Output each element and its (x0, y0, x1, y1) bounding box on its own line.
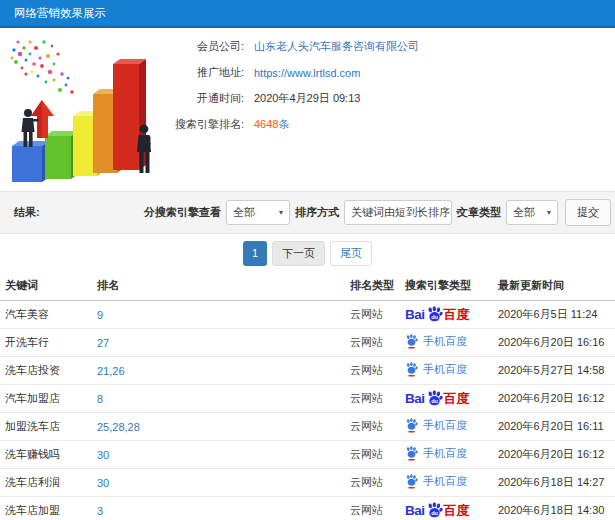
column-header: 最新更新时间 (493, 272, 615, 301)
engine-cell: 手机百度 (400, 329, 493, 357)
article-type-label: 文章类型 (457, 205, 501, 220)
engine-cell: 手机百度 (400, 413, 493, 441)
rank-link[interactable]: 3 (97, 505, 103, 517)
column-header: 关键词 (0, 272, 92, 301)
mobile-baidu-label: 手机百度 (423, 362, 467, 377)
table-row: 洗车赚钱吗30云网站手机百度2020年6月20日 16:12 (0, 441, 615, 469)
table-header-row: 关键词排名排名类型搜索引擎类型最新更新时间 (0, 272, 615, 301)
keyword-cell: 洗车店利润 (0, 469, 92, 497)
submit-button[interactable]: 提交 (565, 199, 611, 226)
sort-filter-select[interactable]: 关键词由短到长排序 ▾ (344, 200, 452, 225)
mobile-baidu-label: 手机百度 (423, 418, 467, 433)
table-row: 洗车店投资21,26云网站手机百度2020年5月27日 14:58 (0, 357, 615, 385)
engine-cell: 手机百度 (400, 357, 493, 385)
rank-cell: 3 (92, 497, 345, 520)
field-label: 会员公司: (146, 39, 244, 54)
table-row: 开洗车行27云网站手机百度2020年6月20日 16:16 (0, 329, 615, 357)
table-row: 加盟洗车店25,28,28云网站手机百度2020年6月20日 16:11 (0, 413, 615, 441)
engine-filter-select[interactable]: 全部 ▾ (226, 200, 290, 225)
mobile-baidu-paw-icon (405, 334, 418, 349)
baidu-logo-cn: 百度 (444, 390, 470, 408)
mobile-baidu-label: 手机百度 (423, 334, 467, 349)
article-type-value: 全部 (513, 205, 535, 220)
keyword-cell: 洗车店加盟 (0, 497, 92, 520)
field-link[interactable]: https://www.lrtlsd.com (254, 67, 360, 79)
mobile-baidu-logo: 手机百度 (405, 418, 467, 433)
page-title: 网络营销效果展示 (14, 7, 106, 19)
svg-text:du: du (431, 398, 438, 404)
baidu-paw-icon: du (426, 306, 443, 323)
chevron-down-icon: ▾ (279, 208, 283, 217)
mobile-baidu-paw-icon (405, 474, 418, 489)
field-label: 推广地址: (146, 65, 244, 80)
engine-cell: Baidu百度 (400, 301, 493, 329)
rank-cell: 27 (92, 329, 345, 357)
ranking-count-unit: 条 (278, 118, 289, 130)
last-page-button[interactable]: 尾页 (330, 241, 372, 266)
sort-filter-label: 排序方式 (295, 205, 339, 220)
table-row: 洗车店利润30云网站手机百度2020年6月18日 14:27 (0, 469, 615, 497)
baidu-paw-icon: du (426, 390, 443, 407)
confetti-dots (11, 40, 74, 94)
svg-text:du: du (431, 314, 438, 320)
baidu-logo-cn: 百度 (444, 502, 470, 520)
field-value: 山东老人头汽车服务咨询有限公司 (254, 39, 419, 54)
baidu-logo: Baidu百度 (405, 502, 470, 520)
field-link[interactable]: 山东老人头汽车服务咨询有限公司 (254, 40, 419, 52)
rank-cell: 9 (92, 301, 345, 329)
baidu-logo: Baidu百度 (405, 306, 470, 324)
baidu-paw-icon: du (426, 502, 443, 519)
baidu-logo-latin: Bai (405, 503, 425, 518)
field-value: 2020年4月29日 09:13 (254, 91, 360, 106)
mobile-baidu-label: 手机百度 (423, 474, 467, 489)
rank-link[interactable]: 25,28,28 (97, 421, 140, 433)
rank-link[interactable]: 8 (97, 393, 103, 405)
mobile-baidu-label: 手机百度 (423, 446, 467, 461)
filter-bar: 结果: 分搜索引擎查看 全部 ▾ 排序方式 关键词由短到长排序 ▾ 文章类型 全… (0, 191, 615, 234)
keyword-cell: 加盟洗车店 (0, 413, 92, 441)
article-type-select[interactable]: 全部 ▾ (506, 200, 558, 225)
profile-field-row: 会员公司:山东老人头汽车服务咨询有限公司 (146, 38, 419, 55)
ranking-count: 4648 (254, 118, 278, 130)
update-time-cell: 2020年6月18日 14:30 (493, 497, 615, 520)
baidu-logo-cn: 百度 (444, 306, 470, 324)
rank-link[interactable]: 21,26 (97, 365, 125, 377)
baidu-logo-latin: Bai (405, 307, 425, 322)
rank-cell: 8 (92, 385, 345, 413)
rank-cell: 21,26 (92, 357, 345, 385)
column-header: 排名 (92, 272, 345, 301)
mobile-baidu-paw-icon (405, 418, 418, 433)
rank-type-cell: 云网站 (345, 357, 400, 385)
page-header: 网络营销效果展示 (0, 0, 615, 28)
profile-field-row: 开通时间:2020年4月29日 09:13 (146, 90, 419, 107)
rank-link[interactable]: 30 (97, 477, 109, 489)
svg-text:du: du (431, 510, 438, 516)
rank-type-cell: 云网站 (345, 385, 400, 413)
rank-type-cell: 云网站 (345, 301, 400, 329)
rank-link[interactable]: 27 (97, 337, 109, 349)
update-time-cell: 2020年5月27日 14:58 (493, 357, 615, 385)
pagination: 1 下一页 尾页 (0, 234, 615, 272)
sort-filter-value: 关键词由短到长排序 (351, 205, 450, 220)
rank-link[interactable]: 9 (97, 309, 103, 321)
update-time-cell: 2020年6月5日 11:24 (493, 301, 615, 329)
rank-type-cell: 云网站 (345, 497, 400, 520)
rank-cell: 25,28,28 (92, 413, 345, 441)
page-button-current[interactable]: 1 (243, 241, 267, 266)
chevron-down-icon: ▾ (547, 208, 551, 217)
engine-filter-label: 分搜索引擎查看 (144, 205, 221, 220)
engine-filter-value: 全部 (233, 205, 255, 220)
table-row: 汽车加盟店8云网站Baidu百度2020年6月20日 16:12 (0, 385, 615, 413)
keyword-cell: 洗车店投资 (0, 357, 92, 385)
rank-type-cell: 云网站 (345, 413, 400, 441)
profile-section: 会员公司:山东老人头汽车服务咨询有限公司推广地址:https://www.lrt… (0, 28, 615, 191)
mobile-baidu-paw-icon (405, 446, 418, 461)
profile-field-row: 推广地址:https://www.lrtlsd.com (146, 64, 419, 81)
field-label: 搜索引擎排名: (146, 117, 244, 132)
engine-cell: 手机百度 (400, 441, 493, 469)
mobile-baidu-logo: 手机百度 (405, 474, 467, 489)
rank-link[interactable]: 30 (97, 449, 109, 461)
rank-cell: 30 (92, 441, 345, 469)
field-label: 开通时间: (146, 91, 244, 106)
next-page-button[interactable]: 下一页 (272, 241, 325, 266)
